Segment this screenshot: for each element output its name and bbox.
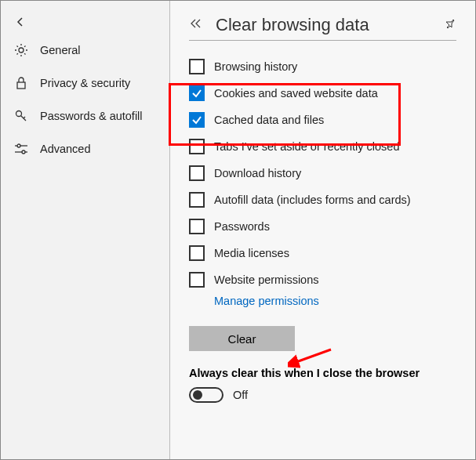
check-row-autofill: Autofill data (includes forms and cards) <box>189 187 456 213</box>
sidebar-item-label: Passwords & autofill <box>40 110 143 122</box>
check-label: Website permissions <box>214 273 319 286</box>
sidebar-item-advanced[interactable]: Advanced <box>1 132 169 165</box>
sidebar-item-label: General <box>40 44 81 56</box>
key-icon <box>13 108 29 124</box>
panel-header: Clear browsing data <box>189 15 456 35</box>
svg-point-2 <box>16 111 22 117</box>
svg-point-0 <box>19 48 24 53</box>
check-label: Media licenses <box>214 247 289 259</box>
check-row-cached: Cached data and files <box>189 107 456 133</box>
svg-line-7 <box>294 350 331 363</box>
svg-rect-1 <box>17 82 25 89</box>
svg-point-4 <box>17 144 20 147</box>
sidebar-item-passwords[interactable]: Passwords & autofill <box>1 100 169 132</box>
sliders-icon <box>13 141 29 157</box>
settings-sidebar: General Privacy & security Passwords & a… <box>1 1 170 459</box>
check-row-tabs: Tabs I've set aside or recently closed <box>189 133 456 160</box>
check-row-media: Media licenses <box>189 240 456 266</box>
manage-permissions-link[interactable]: Manage permissions <box>214 295 319 307</box>
main-panel: Clear browsing data Browsing history Coo… <box>170 1 475 459</box>
toggle-state-label: Off <box>233 389 248 401</box>
gear-icon <box>13 42 29 58</box>
always-clear-label: Always clear this when I close the brows… <box>189 367 456 379</box>
check-row-browsing-history: Browsing history <box>189 53 456 80</box>
pin-icon[interactable] <box>444 17 456 33</box>
checkbox-website-permissions[interactable] <box>189 272 205 288</box>
toggle-knob <box>193 390 202 400</box>
check-label: Passwords <box>214 220 270 233</box>
check-row-cookies: Cookies and saved website data <box>189 80 456 107</box>
sidebar-item-label: Privacy & security <box>40 77 130 89</box>
check-row-website-permissions: Website permissions <box>189 266 456 293</box>
sidebar-item-general[interactable]: General <box>1 34 169 67</box>
always-clear-toggle[interactable] <box>189 387 223 403</box>
lock-icon <box>13 75 29 91</box>
annotation-arrow-icon <box>288 346 335 369</box>
check-label: Cached data and files <box>214 114 324 126</box>
back-button[interactable] <box>189 18 203 32</box>
sidebar-item-label: Advanced <box>40 143 91 155</box>
check-label: Browsing history <box>214 60 297 73</box>
checkbox-autofill[interactable] <box>189 192 205 208</box>
check-label: Cookies and saved website data <box>214 87 378 100</box>
check-label: Tabs I've set aside or recently closed <box>214 140 400 153</box>
checkbox-cached[interactable] <box>189 112 205 128</box>
sidebar-back-chevron[interactable] <box>1 10 169 34</box>
clear-data-checklist: Browsing history Cookies and saved websi… <box>189 53 456 313</box>
svg-point-6 <box>22 150 25 154</box>
check-row-download: Download history <box>189 160 456 187</box>
checkbox-download[interactable] <box>189 165 205 181</box>
check-row-passwords: Passwords <box>189 213 456 240</box>
checkbox-media[interactable] <box>189 245 205 261</box>
checkbox-browsing-history[interactable] <box>189 59 205 74</box>
checkbox-passwords[interactable] <box>189 219 205 234</box>
sidebar-item-privacy[interactable]: Privacy & security <box>1 67 169 100</box>
clear-button[interactable]: Clear <box>189 326 295 351</box>
always-clear-toggle-row: Off <box>189 387 456 403</box>
check-label: Download history <box>214 167 301 179</box>
check-label: Autofill data (includes forms and cards) <box>214 194 411 206</box>
checkbox-tabs[interactable] <box>189 139 205 154</box>
checkbox-cookies[interactable] <box>189 85 205 101</box>
divider <box>189 40 456 41</box>
page-title: Clear browsing data <box>216 15 444 35</box>
